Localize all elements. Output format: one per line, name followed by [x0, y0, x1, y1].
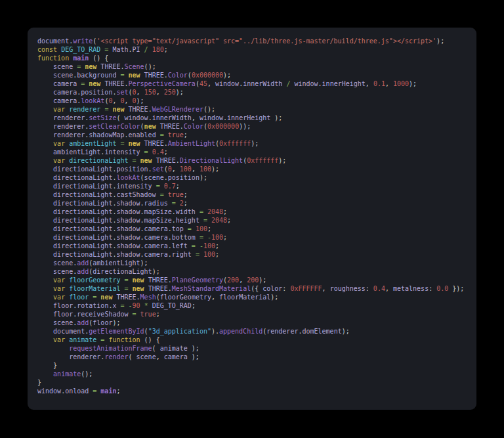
code-token: document — [37, 37, 69, 45]
code-editor-panel[interactable]: document.write('<script type="text/javas… — [28, 28, 476, 410]
code-token: window — [215, 80, 239, 87]
code-token: render — [104, 353, 128, 361]
code-token: Math — [112, 46, 128, 53]
code-token: mapSize — [144, 217, 172, 224]
code-token: document — [53, 328, 85, 335]
code-token: shadow — [116, 251, 140, 258]
code-token: floorGeometry — [69, 276, 120, 284]
code-token: scene — [53, 63, 73, 70]
code-token: new — [133, 285, 148, 292]
code-token: THREE — [104, 80, 124, 87]
code-token: shadow — [116, 208, 140, 215]
code-token: , — [211, 294, 219, 301]
code-token: MeshStandardMaterial — [172, 285, 251, 292]
code-token: } — [37, 362, 57, 369]
code-line: directionaLight.position.set(0, 100, 100… — [37, 165, 467, 173]
code-token: intensity — [116, 183, 152, 190]
code-token: directionaLight — [53, 234, 112, 241]
code-token: color — [262, 285, 282, 292]
code-token: innerHeight — [322, 80, 366, 87]
code-token: ; — [215, 251, 219, 258]
code-token: directionaLight — [53, 208, 112, 215]
code-line: camera.position.set(0, 150, 250); — [37, 88, 467, 97]
code-token: var — [53, 276, 69, 284]
code-line: ambientLight.intensity = 0.4; — [37, 148, 467, 156]
code-token: ); — [278, 157, 286, 164]
code-token: 200 — [227, 276, 239, 284]
code-token: shadowMap — [89, 131, 124, 139]
code-token: 0.0 — [436, 285, 448, 292]
code-line: renderer.setClearColor(new THREE.Color(0… — [37, 122, 467, 131]
code-token: 0xffffff — [247, 157, 278, 164]
code-line: var ambientLight = new THREE.AmbientLigh… — [37, 139, 467, 148]
code-token: new — [133, 276, 148, 284]
code-token — [37, 353, 69, 361]
code-token: ); — [409, 80, 417, 87]
code-token: ; — [176, 183, 180, 190]
code-token: 100 — [211, 234, 223, 241]
code-token: 100 — [203, 242, 215, 250]
code-token: main — [100, 387, 116, 395]
code-token — [37, 319, 53, 326]
code-token — [37, 302, 53, 309]
code-line: var floorGeometry = new THREE.PlaneGeome… — [37, 276, 467, 284]
code-token: = — [196, 234, 207, 241]
code-line: renderer.shadowMap.enabled = true; — [37, 131, 467, 139]
code-token: directionaLight — [53, 191, 112, 198]
code-token — [37, 225, 53, 232]
code-token: = — [116, 140, 128, 147]
code-token: camera — [53, 80, 77, 87]
code-line: var directionaLight = new THREE.Directio… — [37, 156, 467, 165]
code-token — [37, 191, 53, 198]
code-token: , — [156, 89, 164, 96]
code-token: height — [176, 217, 200, 224]
code-token — [37, 217, 53, 224]
code-token: THREE — [144, 140, 164, 147]
code-token: function — [37, 55, 73, 62]
code-token: } — [37, 379, 41, 386]
code-token: ); — [152, 268, 160, 275]
code-token: ); — [259, 276, 266, 284]
code-token: = — [140, 148, 152, 156]
code-token: 0.7 — [164, 183, 176, 190]
code-token: write — [73, 37, 93, 45]
code-token: var — [53, 336, 69, 343]
code-token: 1000 — [393, 80, 409, 87]
code-token: 0xffffff — [219, 140, 251, 147]
code-token: animate — [69, 336, 96, 343]
code-line: } — [37, 361, 467, 370]
code-token — [37, 370, 53, 378]
code-token: = — [116, 302, 128, 309]
code-token: directionaLight — [93, 268, 152, 275]
code-token: , — [207, 80, 215, 87]
code-token: ); — [342, 328, 350, 335]
code-token: "3d_application" — [148, 328, 211, 335]
code-line: camera = new THREE.PerspectiveCamera(45,… — [37, 79, 467, 88]
code-line: directionaLight.shadow.camera.left = -10… — [37, 242, 467, 250]
code-content[interactable]: document.write('<script type="text/javas… — [37, 37, 467, 395]
code-token: directionaLight — [69, 157, 128, 164]
code-token: add — [77, 268, 89, 275]
code-token: 2048 — [207, 208, 223, 215]
code-token: }); — [448, 285, 464, 292]
code-token: appendChild — [219, 328, 262, 335]
code-token: castShadow — [116, 191, 156, 198]
code-token: getElementById — [89, 328, 144, 335]
code-token: innerHeight — [227, 114, 270, 121]
code-token: , — [156, 353, 164, 361]
code-token: , — [172, 165, 180, 173]
code-token: renderer — [53, 123, 85, 130]
code-token: set — [152, 165, 164, 173]
code-token: directionaLight — [53, 225, 112, 232]
code-token: , — [192, 165, 200, 173]
code-token: 0.4 — [152, 148, 164, 156]
code-token: animate — [53, 370, 81, 378]
code-token: window — [294, 80, 318, 87]
code-token: set — [116, 89, 128, 96]
code-token: window — [125, 114, 148, 121]
code-token: var — [53, 294, 69, 301]
code-token: ); — [188, 345, 200, 352]
code-line: directionaLight.shadow.radius = 2; — [37, 199, 467, 208]
code-token: THREE — [156, 157, 176, 164]
code-token: () { — [140, 336, 160, 343]
